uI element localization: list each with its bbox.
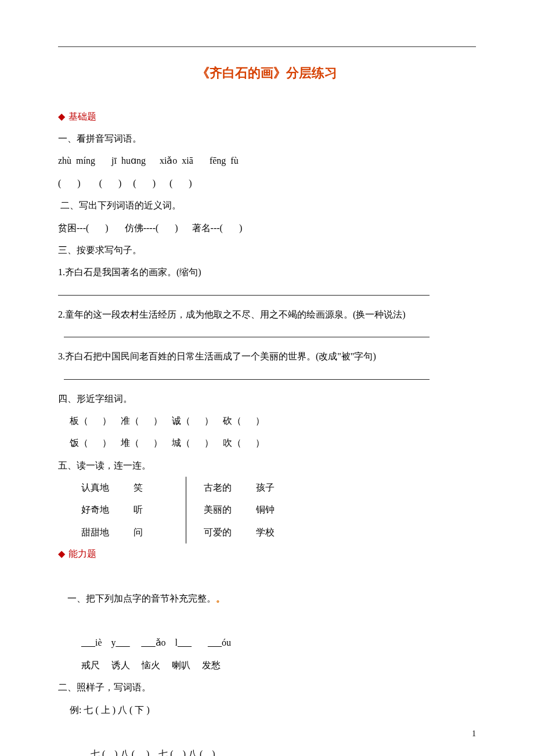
ab1-pinyin[interactable]: ___iè y___ ___ǎo l___ ___óu xyxy=(81,632,476,654)
q3-item3: 3.齐白石把中国民间老百姓的日常生活画成了一个美丽的世界。(改成"被"字句) xyxy=(58,345,476,368)
section-basic-label: 基础题 xyxy=(68,111,96,121)
q5-r2-l2: 听 xyxy=(134,499,174,521)
q5-r1-r1: 古老的 xyxy=(204,477,256,499)
ab1-words: 戒尺 诱人 恼火 喇叭 发愁 xyxy=(81,654,476,676)
document-title: 《齐白石的画》分层练习 xyxy=(58,64,476,82)
q5-r3-r2: 学校 xyxy=(256,521,297,543)
q2-content[interactable]: 贫困---( ) 仿佛----( ) 著名---( ) xyxy=(58,217,476,239)
q3-item1: 1.齐白石是我国著名的画家。(缩句) xyxy=(58,261,476,283)
section-ability: ◆能力题 xyxy=(58,548,476,560)
q3-answer3[interactable] xyxy=(64,379,430,380)
section-ability-label: 能力题 xyxy=(68,549,96,559)
dot-icon: 。 xyxy=(216,593,225,603)
ab1-u1[interactable]: ___ xyxy=(81,638,95,647)
ab2-blanks-post: ) 七 ( ) 八 ( ) xyxy=(144,749,215,756)
dot-icon: 。 xyxy=(135,749,144,756)
q5-heading: 五、读一读，连一连。 xyxy=(58,455,476,477)
divider-icon xyxy=(186,477,186,499)
ab2-blanks-pre: 七 ( ) 八 ( xyxy=(67,749,135,756)
ab1-heading-text: 一、把下列加点字的音节补充完整。 xyxy=(67,593,216,603)
q5-r3-r1: 可爱的 xyxy=(204,521,256,543)
divider-icon xyxy=(186,521,186,543)
q5-r3-l2: 问 xyxy=(134,521,174,543)
diamond-icon: ◆ xyxy=(58,549,65,559)
ab1-u2[interactable]: ___ xyxy=(116,638,130,647)
q3-answer2[interactable] xyxy=(64,336,430,337)
q5-row1[interactable]: 认真地 笑 古老的 孩子 xyxy=(81,477,476,499)
q5-row2[interactable]: 好奇地 听 美丽的 铜钟 xyxy=(81,499,476,521)
q5-r3-l1: 甜甜地 xyxy=(81,521,134,543)
divider-icon xyxy=(186,499,186,521)
q4-heading: 四、形近字组词。 xyxy=(58,388,476,410)
q5-r2-r2: 铜钟 xyxy=(256,499,297,521)
q1-pinyin: zhù míng jī huɑng xiǎo xiā fēng fù xyxy=(58,150,476,172)
q4-row1[interactable]: 板（ ） 准（ ） 诚（ ） 砍（ ） xyxy=(58,410,476,432)
q5-r1-l1: 认真地 xyxy=(81,477,134,499)
ab2-heading: 二、照样子，写词语。 xyxy=(58,676,476,699)
worksheet-page: 《齐白石的画》分层练习 ◆基础题 一、看拼音写词语。 zhù míng jī h… xyxy=(0,0,534,756)
q2-heading: 二、写出下列词语的近义词。 xyxy=(58,195,476,217)
q1-heading: 一、看拼音写词语。 xyxy=(58,128,476,150)
ab2-example: 例: 七 ( 上 ) 八 ( 下 ) xyxy=(58,699,476,721)
q5-r2-r1: 美丽的 xyxy=(204,499,256,521)
q3-heading: 三、按要求写句子。 xyxy=(58,239,476,261)
top-rule xyxy=(58,46,476,47)
q3-answer1[interactable] xyxy=(58,294,430,296)
section-basic: ◆基础题 xyxy=(58,111,476,123)
q3-item2: 2.童年的这一段农村生活经历，成为他取之不尽、用之不竭的绘画源泉。(换一种说法) xyxy=(58,304,476,326)
ab1-u5[interactable]: ___ xyxy=(208,638,222,647)
q5-row3[interactable]: 甜甜地 问 可爱的 学校 xyxy=(81,521,476,543)
ab1-u4[interactable]: ___ xyxy=(178,638,192,647)
diamond-icon: ◆ xyxy=(58,111,65,121)
ab1-u3[interactable]: ___ xyxy=(142,638,156,647)
page-number: 1 xyxy=(472,729,476,739)
q5-r1-l2: 笑 xyxy=(134,477,174,499)
ab1-heading: 一、把下列加点字的音节补充完整。。 xyxy=(58,565,476,632)
ab2-blanks[interactable]: 七 ( ) 八 (。 ) 七 ( ) 八 ( ) xyxy=(58,721,476,756)
q1-blanks[interactable]: ( ) ( ) ( ) ( ) xyxy=(58,172,476,195)
q4-row2[interactable]: 饭（ ） 堆（ ） 城（ ） 吹（ ） xyxy=(58,432,476,454)
q5-r2-l1: 好奇地 xyxy=(81,499,134,521)
q5-r1-r2: 孩子 xyxy=(256,477,297,499)
